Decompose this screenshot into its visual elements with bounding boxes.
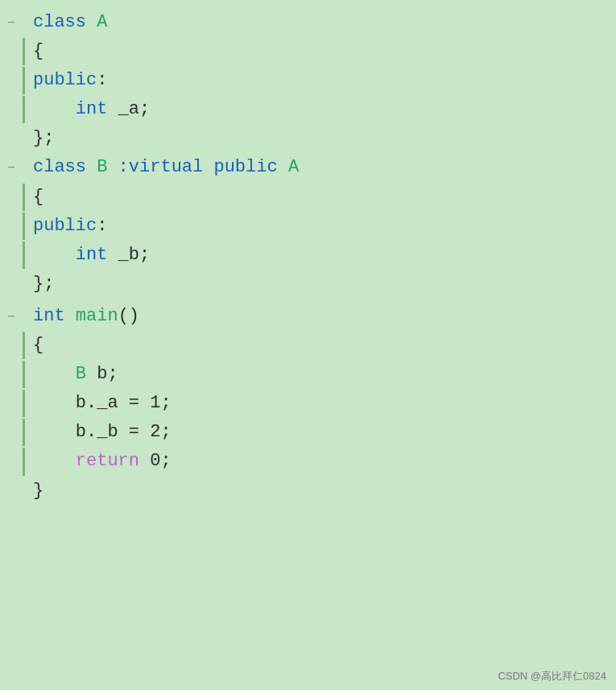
code-line: public: [0,66,616,95]
code-line: { [0,37,616,66]
code-text: public: [30,67,616,94]
token: return [76,451,139,471]
token: }; [33,128,54,148]
token [33,364,76,384]
code-text: int _b; [30,242,616,269]
code-text: B b; [30,361,616,388]
vertical-line [23,390,25,417]
code-text: } [30,477,616,505]
token: A [97,12,107,32]
token: b; [86,364,118,384]
code-line: b._b = 2; [0,418,616,447]
code-text: { [30,332,616,359]
code-line: { [0,183,616,212]
vertical-line [23,242,25,269]
token: : [97,70,107,90]
token: { [33,335,43,355]
token: }; [33,274,54,294]
code-text: class A [30,9,616,36]
code-text: class B :virtual public A [30,154,616,181]
token [65,306,76,326]
vertical-line [23,38,25,65]
vertical-line [23,96,25,123]
code-text: b._a = 1; [30,390,616,417]
token: int [33,306,65,326]
token: b._b = 2; [33,422,172,442]
token: { [33,41,43,61]
token: A [288,157,299,177]
token [33,451,76,471]
token: :virtual [107,157,213,177]
token: { [33,187,43,207]
code-text: b._b = 2; [30,419,616,446]
gutter: − [0,159,23,179]
token: B [76,364,86,384]
token: 0; [139,451,172,471]
code-line: public: [0,212,616,241]
code-line: }; [0,124,616,153]
gutter: − [0,308,23,328]
code-line: −class A [0,8,616,37]
code-line: int _b; [0,241,616,270]
code-container: −class A{public: int _a;};−class B :virt… [0,0,616,690]
token: main [76,306,118,326]
code-line: { [0,331,616,360]
token: public [33,216,97,236]
code-text: }; [30,125,616,152]
watermark: CSDN @高比拜仁0824 [498,669,606,684]
token: class [33,157,97,177]
code-text: { [30,38,616,65]
code-line: B b; [0,360,616,389]
vertical-line [23,332,25,359]
code-text: int main() [30,303,616,330]
token: : [97,216,107,236]
vertical-line [23,213,25,240]
code-text: int _a; [30,96,616,123]
gutter: − [0,14,23,34]
token: b._a = 1; [33,393,172,413]
code-line: } [0,477,616,506]
vertical-line [23,361,25,388]
code-line: }; [0,270,616,299]
token: B [97,157,107,177]
token: } [33,481,43,501]
token: class [33,12,97,32]
code-text: return 0; [30,448,616,475]
token: int [76,245,108,265]
code-text: }; [30,271,616,298]
code-line: return 0; [0,447,616,476]
token: public [213,157,287,177]
code-line: b._a = 1; [0,389,616,418]
code-line: int _a; [0,95,616,124]
token: _b; [107,245,150,265]
vertical-line [23,448,25,475]
code-line: −class B :virtual public A [0,153,616,182]
vertical-line [23,67,25,94]
token: public [33,70,97,90]
code-line: −int main() [0,302,616,331]
code-text: { [30,184,616,211]
token [33,99,76,119]
code-text: public: [30,213,616,240]
vertical-line [23,184,25,211]
token [33,245,76,265]
token: _a; [107,99,150,119]
token: () [118,306,139,326]
vertical-line [23,419,25,446]
token: int [76,99,108,119]
